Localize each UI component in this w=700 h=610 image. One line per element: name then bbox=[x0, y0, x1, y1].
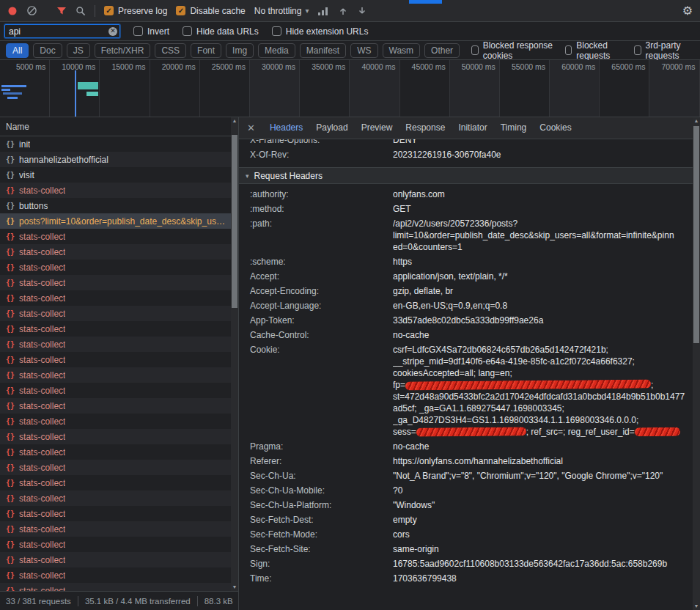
header-value-text: same-origin bbox=[393, 544, 439, 554]
throttling-select[interactable]: No throttling ▾ bbox=[254, 6, 309, 16]
overview-tick-label: 70000 ms bbox=[662, 62, 696, 71]
request-row[interactable]: {}hannahelizabethofficial bbox=[0, 152, 231, 167]
type-filter-js[interactable]: JS bbox=[67, 43, 90, 58]
tab-payload[interactable]: Payload bbox=[309, 117, 354, 139]
tab-preview[interactable]: Preview bbox=[355, 117, 399, 139]
header-row: Pragma:no-cache bbox=[239, 439, 693, 454]
request-row[interactable]: {}stats-collect bbox=[0, 321, 231, 337]
type-filter-wasm[interactable]: Wasm bbox=[383, 43, 421, 58]
blocked-response-cookies-label: Blocked response cookies bbox=[483, 40, 553, 61]
request-row[interactable]: {}stats-collect bbox=[0, 383, 231, 398]
request-row[interactable]: {}stats-collect bbox=[0, 429, 231, 444]
request-list-scrollbar[interactable]: ▲ ▼ bbox=[231, 117, 238, 591]
hide-extension-urls-checkbox[interactable]: Hide extension URLs bbox=[272, 26, 369, 37]
name-column-header[interactable]: Name bbox=[0, 117, 231, 136]
request-row[interactable]: {}stats-collect bbox=[0, 460, 231, 475]
request-row[interactable]: {}stats-collect bbox=[0, 229, 231, 244]
type-filter-fetch-xhr[interactable]: Fetch/XHR bbox=[95, 43, 151, 58]
scroll-up-icon[interactable]: ▲ bbox=[693, 117, 700, 125]
search-button[interactable] bbox=[75, 6, 86, 16]
record-button[interactable] bbox=[7, 6, 18, 16]
request-row[interactable]: {}buttons bbox=[0, 198, 231, 213]
type-filter-media[interactable]: Media bbox=[258, 43, 295, 58]
request-row[interactable]: {}stats-collect bbox=[0, 583, 231, 591]
header-name: Accept-Encoding: bbox=[250, 285, 393, 297]
type-filter-other[interactable]: Other bbox=[424, 43, 460, 58]
name-column-label: Name bbox=[6, 122, 29, 132]
request-row[interactable]: {}stats-collect bbox=[0, 506, 231, 521]
network-overview-timeline[interactable]: 5000 ms10000 ms15000 ms20000 ms25000 ms3… bbox=[0, 60, 700, 117]
export-har-button[interactable] bbox=[357, 6, 367, 16]
header-value-line: cookiesAccepted=all; lang=en; bbox=[393, 367, 687, 379]
details-tabs: HeadersPayloadPreviewResponseInitiatorTi… bbox=[263, 117, 578, 139]
request-name: stats-collect bbox=[19, 262, 65, 273]
type-filter-img[interactable]: Img bbox=[226, 43, 254, 58]
type-filter-manifest[interactable]: Manifest bbox=[300, 43, 346, 58]
tab-response[interactable]: Response bbox=[399, 117, 452, 139]
close-icon[interactable]: ✕ bbox=[239, 122, 263, 133]
request-row[interactable]: {}posts?limit=10&order=publish_date_desc… bbox=[0, 213, 231, 229]
request-row[interactable]: {}stats-collect bbox=[0, 367, 231, 383]
tab-cookies[interactable]: Cookies bbox=[533, 117, 578, 139]
type-filter-ws[interactable]: WS bbox=[350, 43, 377, 58]
settings-gear-icon[interactable]: ⚙ bbox=[682, 5, 693, 17]
invert-checkbox[interactable]: Invert bbox=[133, 26, 169, 37]
tab-timing[interactable]: Timing bbox=[494, 117, 534, 139]
header-value-text: empty bbox=[393, 515, 417, 525]
third-party-requests-checkbox[interactable]: 3rd-party requests bbox=[634, 40, 694, 61]
import-har-button[interactable] bbox=[338, 6, 348, 16]
blocked-response-cookies-checkbox[interactable]: Blocked response cookies bbox=[471, 40, 553, 61]
header-name: Cache-Control: bbox=[250, 329, 393, 341]
request-row[interactable]: {}init bbox=[0, 136, 231, 152]
request-row[interactable]: {}stats-collect bbox=[0, 444, 231, 460]
hide-data-urls-checkbox[interactable]: Hide data URLs bbox=[183, 26, 259, 37]
request-headers-section[interactable]: ▾ Request Headers bbox=[239, 167, 693, 184]
filter-input[interactable] bbox=[4, 24, 120, 38]
request-row[interactable]: {}stats-collect bbox=[0, 398, 231, 414]
json-braces-icon: {} bbox=[6, 371, 15, 379]
type-filter-list: AllDocJSFetch/XHRCSSFontImgMediaManifest… bbox=[6, 43, 460, 58]
request-row[interactable]: {}stats-collect bbox=[0, 521, 231, 537]
request-row[interactable]: {}stats-collect bbox=[0, 414, 231, 429]
preserve-log-checkbox[interactable]: ✓ Preserve log bbox=[104, 6, 167, 16]
scroll-up-icon[interactable]: ▲ bbox=[231, 117, 238, 125]
request-row[interactable]: {}stats-collect bbox=[0, 290, 231, 306]
overview-tick-label: 35000 ms bbox=[312, 62, 345, 71]
blocked-requests-checkbox[interactable]: Blocked requests bbox=[565, 40, 622, 61]
header-value-line: GET bbox=[393, 203, 687, 215]
request-row[interactable]: {}stats-collect bbox=[0, 475, 231, 490]
request-row[interactable]: {}visit bbox=[0, 167, 231, 183]
upload-arrow-icon bbox=[338, 6, 348, 16]
details-scrollbar[interactable]: ▲ ▼ bbox=[693, 117, 700, 610]
tab-initiator[interactable]: Initiator bbox=[452, 117, 493, 139]
type-filter-doc[interactable]: Doc bbox=[33, 43, 62, 58]
request-row[interactable]: {}stats-collect bbox=[0, 490, 231, 506]
disable-cache-checkbox[interactable]: ✓ Disable cache bbox=[176, 6, 245, 16]
filter-button[interactable] bbox=[56, 6, 67, 16]
clear-filter-icon[interactable]: ✕ bbox=[108, 27, 117, 36]
type-filter-all[interactable]: All bbox=[6, 43, 29, 58]
request-row[interactable]: {}stats-collect bbox=[0, 183, 231, 198]
request-row[interactable]: {}stats-collect bbox=[0, 244, 231, 260]
clear-network-log-button[interactable] bbox=[26, 5, 37, 16]
request-row[interactable]: {}stats-collect bbox=[0, 567, 231, 583]
type-filter-css[interactable]: CSS bbox=[155, 43, 186, 58]
scroll-down-icon[interactable]: ▼ bbox=[693, 603, 700, 610]
request-row[interactable]: {}stats-collect bbox=[0, 537, 231, 552]
scroll-down-icon[interactable]: ▼ bbox=[231, 584, 238, 591]
request-row[interactable]: {}stats-collect bbox=[0, 260, 231, 275]
request-row[interactable]: {}stats-collect bbox=[0, 352, 231, 367]
header-value-line: 16785:5aad9602cf110608b03133de563642fac1… bbox=[393, 558, 687, 570]
request-row[interactable]: {}stats-collect bbox=[0, 337, 231, 352]
request-row[interactable]: {}stats-collect bbox=[0, 275, 231, 290]
request-row[interactable]: {}stats-collect bbox=[0, 552, 231, 567]
scrollbar-thumb[interactable] bbox=[693, 126, 699, 343]
request-row[interactable]: {}stats-collect bbox=[0, 306, 231, 321]
network-conditions-button[interactable] bbox=[317, 6, 329, 16]
header-value-text: 202312261916-30670fa40e bbox=[393, 150, 501, 160]
type-filter-font[interactable]: Font bbox=[191, 43, 221, 58]
tab-headers[interactable]: Headers bbox=[263, 117, 309, 139]
header-value-text: /api2/v2/users/20572336/posts? bbox=[393, 218, 517, 229]
header-value-line: "Not_A Brand";v="8", "Chromium";v="120",… bbox=[393, 470, 687, 482]
scrollbar-thumb[interactable] bbox=[232, 135, 237, 308]
